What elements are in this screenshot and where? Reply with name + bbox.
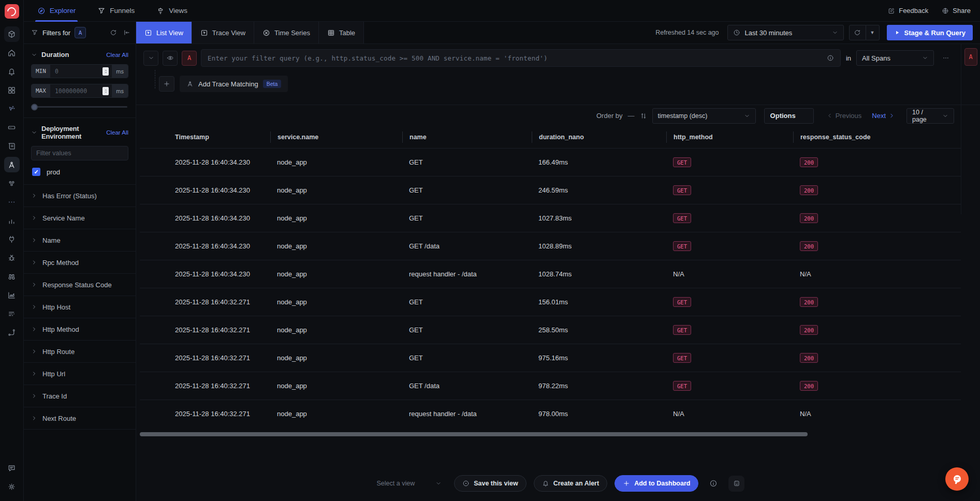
filter-section-collapsed[interactable]: Has Error (Status) (24, 185, 136, 207)
stage-run-query-button[interactable]: Stage & Run Query (887, 25, 973, 40)
page-size-select[interactable]: 10 / page (906, 108, 954, 124)
tab-views[interactable]: Views (154, 0, 189, 21)
messaging-queues-icon[interactable] (4, 175, 20, 191)
col-duration-nano[interactable]: duration_nano (532, 131, 666, 143)
info-icon[interactable] (827, 54, 834, 62)
table-row[interactable]: 2025-11-28 16:40:32.271 node_app GET 258… (140, 316, 961, 344)
tab-list-view[interactable]: List View (136, 22, 192, 43)
dashboards-icon[interactable] (4, 82, 20, 98)
filter-section-collapsed[interactable]: Rpc Method (24, 252, 136, 274)
support-chat-icon[interactable] (4, 460, 20, 476)
add-trace-matching-button[interactable]: Add Trace Matching Beta (180, 76, 288, 92)
refresh-filters-icon[interactable] (110, 29, 117, 36)
col-name[interactable]: name (402, 131, 532, 143)
refresh-caret-button[interactable]: ▼ (866, 25, 880, 40)
routes-icon[interactable] (4, 325, 20, 340)
previous-button[interactable]: Previous (826, 112, 862, 120)
chevron-down-icon[interactable] (31, 52, 37, 58)
filter-section-collapsed[interactable]: Name (24, 229, 136, 252)
duration-min-input[interactable] (55, 68, 100, 75)
duration-max-input[interactable] (55, 87, 100, 95)
alerts-icon[interactable] (4, 64, 20, 79)
home-icon[interactable] (4, 45, 20, 61)
tab-table[interactable]: Table (319, 22, 364, 43)
settings-icon[interactable] (4, 479, 20, 494)
info-button[interactable] (706, 476, 721, 491)
pipelines-icon[interactable] (4, 306, 20, 321)
col-timestamp[interactable]: Timestamp (140, 131, 270, 143)
save-view-button[interactable]: Save this view (454, 475, 526, 492)
external-api-icon[interactable] (4, 287, 20, 303)
col-service-name[interactable]: service.name (270, 131, 402, 143)
infrastructure-icon[interactable] (4, 120, 20, 135)
chevron-down-icon[interactable] (31, 129, 37, 136)
select-view-dropdown[interactable]: Select a view (372, 475, 447, 492)
support-chat-fab[interactable] (945, 467, 969, 491)
table-row[interactable]: 2025-11-28 16:40:32.271 node_app request… (140, 400, 961, 428)
environment-clear-all[interactable]: Clear All (106, 129, 128, 136)
add-to-dashboard-button[interactable]: Add to Dashboard (615, 475, 698, 492)
col-http-method[interactable]: http_method (666, 131, 793, 143)
query-a-chip[interactable]: A (75, 27, 86, 38)
get-started-icon[interactable] (4, 26, 20, 42)
table-row[interactable]: 2025-11-28 16:40:34.230 node_app request… (140, 260, 961, 288)
feedback-button[interactable]: Feedback (888, 7, 928, 14)
more-icon[interactable] (4, 194, 20, 210)
share-button[interactable]: Share (942, 7, 971, 14)
filter-section-collapsed[interactable]: Http Host (24, 296, 136, 318)
query-collapse-button[interactable] (143, 51, 158, 66)
query-more-button[interactable] (938, 51, 953, 66)
table-row[interactable]: 2025-11-28 16:40:34.230 node_app GET 246… (140, 176, 961, 204)
ai-sparkle-icon[interactable] (4, 101, 20, 116)
filter-values-input[interactable] (36, 150, 123, 157)
slider-knob[interactable] (31, 104, 38, 110)
filter-section-collapsed[interactable]: Http Method (24, 318, 136, 341)
duration-clear-all[interactable]: Clear All (106, 52, 128, 58)
query-a-badge-right[interactable]: A (964, 48, 977, 66)
table-row[interactable]: 2025-11-28 16:40:34.230 node_app GET 102… (140, 204, 961, 232)
filter-query-input[interactable] (208, 54, 822, 62)
tab-explorer[interactable]: Explorer (35, 0, 78, 21)
shortcuts-button[interactable] (728, 476, 744, 492)
logs-icon[interactable] (4, 138, 20, 154)
time-range-select[interactable]: Last 30 minutes (727, 25, 844, 40)
refresh-button[interactable] (849, 25, 866, 40)
env-option-prod[interactable]: ✓ prod (32, 168, 127, 176)
table-row[interactable]: 2025-11-28 16:40:34.230 node_app GET /da… (140, 232, 961, 260)
span-scope-select[interactable]: All Spans (856, 50, 934, 66)
tab-trace-view[interactable]: Trace View (192, 22, 254, 43)
signoz-logo-icon[interactable] (5, 4, 19, 19)
metrics-icon[interactable] (4, 213, 20, 228)
create-alert-button[interactable]: Create an Alert (534, 475, 607, 492)
filter-section-collapsed[interactable]: Http Route (24, 341, 136, 363)
duration-slider[interactable] (32, 106, 127, 108)
query-a-badge[interactable]: A (182, 51, 197, 66)
checkbox-checked-icon[interactable]: ✓ (32, 168, 40, 176)
add-query-button[interactable] (159, 76, 174, 92)
stepper-icon[interactable] (103, 67, 109, 76)
traces-icon[interactable] (4, 157, 20, 172)
stepper-icon[interactable] (103, 87, 109, 95)
filter-section-collapsed[interactable]: Trace Id (24, 385, 136, 407)
order-by-select[interactable]: timestamp (desc) (652, 108, 756, 124)
tab-time-series[interactable]: Time Series (254, 22, 319, 43)
table-row[interactable]: 2025-11-28 16:40:32.271 node_app GET 156… (140, 288, 961, 316)
col-response-status-code[interactable]: response_status_code (793, 131, 961, 143)
table-row[interactable]: 2025-11-28 16:40:32.271 node_app GET /da… (140, 372, 961, 400)
table-row[interactable]: 2025-11-28 16:40:34.230 node_app GET 166… (140, 148, 961, 176)
next-button[interactable]: Next (872, 112, 895, 120)
integrations-icon[interactable] (4, 231, 20, 247)
options-button[interactable]: Options (764, 108, 814, 124)
table-row[interactable]: 2025-11-28 16:40:32.271 node_app GET 975… (140, 344, 961, 372)
scrollbar-thumb[interactable] (140, 432, 808, 436)
tab-funnels[interactable]: Funnels (95, 0, 137, 21)
filter-section-collapsed[interactable]: Http Url (24, 363, 136, 385)
filter-section-collapsed[interactable]: Response Status Code (24, 274, 136, 296)
filter-section-collapsed[interactable]: Service Name (24, 207, 136, 229)
sort-icon[interactable] (640, 112, 647, 120)
query-visibility-button[interactable] (163, 51, 178, 66)
filter-section-collapsed[interactable]: Next Route (24, 407, 136, 430)
exceptions-icon[interactable] (4, 250, 20, 266)
collapse-panel-icon[interactable] (123, 29, 130, 36)
explore-icon[interactable] (4, 269, 20, 284)
